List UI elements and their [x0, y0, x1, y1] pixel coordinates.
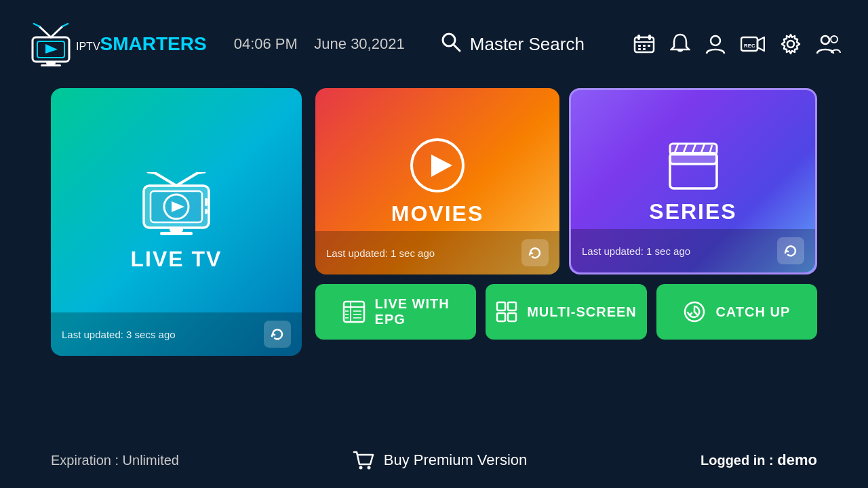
header-icons: REC: [633, 33, 841, 55]
live-tv-label: LIVE TV: [131, 247, 222, 272]
series-card[interactable]: SERIES Last updated: 1 sec ago: [569, 88, 817, 274]
movies-update: Last updated: 1 sec ago: [326, 247, 435, 259]
svg-marker-6: [45, 44, 58, 54]
svg-rect-16: [643, 45, 646, 47]
svg-line-0: [39, 26, 51, 37]
svg-rect-12: [637, 35, 640, 40]
logged-in-info: Logged in : demo: [701, 451, 817, 469]
buy-premium-label: Buy Premium Version: [384, 451, 528, 469]
catchup-icon: [683, 300, 706, 323]
svg-rect-15: [638, 45, 641, 47]
epg-icon: [342, 300, 366, 323]
multi-screen-label: MULTI-SCREEN: [527, 304, 637, 320]
movies-refresh-button[interactable]: [521, 239, 549, 266]
svg-rect-36: [205, 209, 208, 214]
epg-label: LIVE WITH EPG: [375, 296, 450, 327]
svg-rect-49: [344, 302, 364, 322]
movies-label: MOVIES: [391, 201, 484, 226]
svg-rect-37: [170, 228, 183, 232]
multi-screen-button[interactable]: MULTI-SCREEN: [486, 284, 646, 340]
movies-footer: Last updated: 1 sec ago: [315, 231, 559, 274]
svg-line-29: [176, 174, 197, 186]
users-icon[interactable]: [816, 33, 841, 55]
catch-up-button[interactable]: CATCH UP: [656, 284, 817, 340]
series-icon: [665, 138, 722, 192]
bell-icon[interactable]: [670, 33, 690, 55]
svg-rect-38: [160, 232, 193, 235]
svg-point-20: [711, 36, 720, 45]
svg-rect-58: [497, 302, 505, 310]
live-tv-card[interactable]: LIVE TV Last updated: 3 secs ago: [51, 88, 302, 356]
live-tv-update: Last updated: 3 secs ago: [62, 329, 176, 340]
live-tv-footer: Last updated: 3 secs ago: [51, 312, 302, 356]
svg-rect-17: [648, 45, 650, 47]
movies-icon: [409, 137, 467, 195]
schedule-icon[interactable]: [633, 33, 655, 55]
svg-line-30: [197, 172, 205, 174]
footer: Expiration : Unlimited Buy Premium Versi…: [0, 449, 868, 471]
svg-text:REC: REC: [744, 43, 755, 49]
svg-point-25: [821, 36, 829, 44]
datetime: 04:06 PM June 30,2021: [234, 35, 405, 53]
profile-icon[interactable]: [705, 33, 726, 55]
svg-line-27: [156, 174, 176, 186]
search-area[interactable]: Master Search: [405, 31, 620, 58]
svg-marker-22: [757, 37, 764, 51]
live-tv-icon: [136, 172, 217, 240]
logo: IPTVSMARTERS: [27, 22, 207, 66]
logo-icon: [27, 22, 75, 66]
series-update: Last updated: 1 sec ago: [582, 245, 690, 257]
series-footer: Last updated: 1 sec ago: [571, 229, 815, 272]
main-content: LIVE TV Last updated: 3 secs ago MOVIES: [0, 88, 868, 356]
svg-marker-40: [431, 155, 452, 177]
svg-rect-19: [643, 48, 646, 50]
svg-rect-7: [46, 62, 56, 64]
time-display: 04:06 PM: [234, 35, 298, 52]
settings-icon[interactable]: [780, 33, 802, 55]
svg-line-10: [454, 45, 460, 51]
logo-smarters-text: SMARTERS: [100, 33, 207, 54]
right-column: MOVIES Last updated: 1 sec ago: [315, 88, 817, 340]
svg-line-64: [694, 312, 697, 314]
search-icon: [440, 31, 462, 58]
svg-rect-60: [497, 313, 505, 321]
svg-line-3: [62, 24, 68, 26]
multiscreen-icon: [496, 301, 517, 323]
bottom-buttons-row: LIVE WITH EPG MULTI-SCREEN: [315, 284, 817, 340]
top-cards-row: MOVIES Last updated: 1 sec ago: [315, 88, 817, 274]
svg-rect-8: [41, 64, 61, 66]
movies-card[interactable]: MOVIES Last updated: 1 sec ago: [315, 88, 559, 274]
svg-rect-61: [508, 313, 516, 321]
svg-point-26: [831, 36, 837, 43]
svg-rect-59: [508, 302, 516, 310]
live-tv-refresh-button[interactable]: [264, 321, 291, 348]
svg-line-2: [34, 24, 39, 26]
svg-rect-18: [638, 48, 641, 50]
svg-rect-13: [648, 35, 651, 40]
header: IPTVSMARTERS 04:06 PM June 30,2021 Maste…: [0, 0, 868, 88]
logo-iptv-text: IPTV: [76, 41, 100, 52]
series-label: SERIES: [649, 199, 736, 224]
live-epg-button[interactable]: LIVE WITH EPG: [315, 284, 476, 340]
expiry-text: Expiration : Unlimited: [51, 453, 179, 468]
svg-line-1: [51, 26, 62, 37]
svg-point-24: [787, 41, 794, 47]
master-search[interactable]: Master Search: [440, 31, 585, 58]
buy-premium-button[interactable]: Buy Premium Version: [179, 449, 701, 471]
cart-icon: [353, 449, 374, 471]
svg-line-28: [148, 172, 156, 174]
date-display: June 30,2021: [314, 35, 404, 52]
svg-point-66: [367, 466, 370, 470]
svg-rect-35: [205, 198, 208, 206]
record-icon[interactable]: REC: [741, 34, 765, 54]
series-refresh-button[interactable]: [777, 237, 804, 264]
logged-in-user: demo: [777, 451, 817, 468]
search-label: Master Search: [470, 34, 585, 55]
catch-up-label: CATCH UP: [715, 304, 790, 320]
svg-point-65: [359, 466, 362, 470]
